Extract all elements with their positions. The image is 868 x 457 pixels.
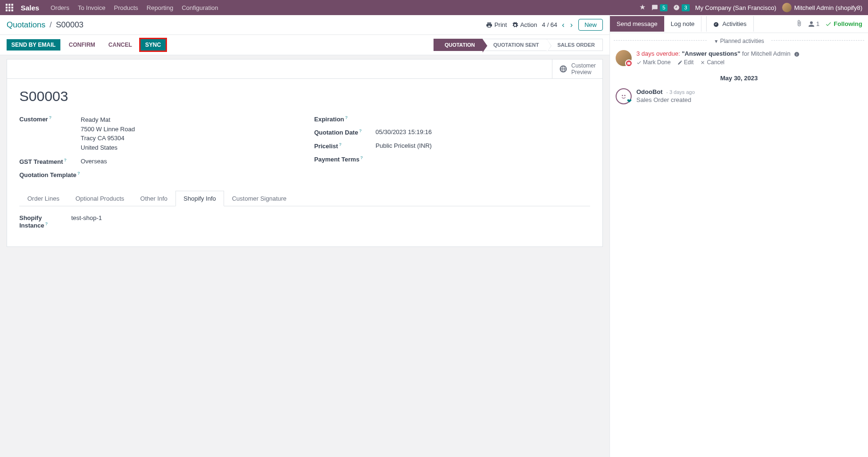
nav-products[interactable]: Products xyxy=(114,4,138,11)
activity-avatar[interactable] xyxy=(616,50,632,66)
following-label: Following xyxy=(834,20,862,27)
send-message-button[interactable]: Send message xyxy=(610,16,664,32)
log-message: Sales Order created xyxy=(636,96,862,103)
check-icon xyxy=(825,21,832,27)
user-icon xyxy=(808,21,815,27)
breadcrumb: Quotations / S00003 xyxy=(7,20,83,30)
user-menu[interactable]: Mitchell Admin (shopify8) xyxy=(782,3,863,12)
overdue-label: 3 days overdue: xyxy=(636,50,680,57)
activities-clock-icon[interactable]: 3 xyxy=(673,4,689,11)
status-quotation[interactable]: QUOTATION xyxy=(434,39,483,51)
pager-prev-icon[interactable]: ‹ xyxy=(561,21,565,29)
print-icon xyxy=(486,22,492,28)
pricelist-label: Pricelist? xyxy=(314,142,376,150)
customer-preview-button[interactable]: Customer Preview xyxy=(552,59,602,78)
info-icon[interactable] xyxy=(794,51,800,57)
log-author[interactable]: OdooBot xyxy=(636,88,663,95)
tab-other-info[interactable]: Other Info xyxy=(132,191,175,206)
quotation-date-label: Quotation Date? xyxy=(314,128,376,136)
pager-next-icon[interactable]: › xyxy=(569,21,574,29)
tab-order-lines[interactable]: Order Lines xyxy=(19,191,67,206)
planned-activities-header[interactable]: ▼ Planned activities xyxy=(610,33,868,47)
customer-city: Tracy CA 95304 xyxy=(81,134,295,143)
preview-line1: Customer xyxy=(571,62,596,69)
svg-point-1 xyxy=(622,95,623,96)
shopify-tab-pane: Shopify Instance? test-shop-1 xyxy=(19,206,590,240)
new-button[interactable]: New xyxy=(578,19,603,31)
nav-configuration[interactable]: Configuration xyxy=(182,4,218,11)
expiration-label: Expiration? xyxy=(314,115,376,123)
attachment-icon[interactable] xyxy=(796,20,802,28)
nav-to-invoice[interactable]: To Invoice xyxy=(78,4,106,11)
company-switcher[interactable]: My Company (San Francisco) xyxy=(695,4,776,11)
followers-count: 1 xyxy=(816,20,819,27)
globe-icon xyxy=(559,65,568,73)
log-date-separator: May 30, 2023 xyxy=(610,69,868,85)
action-label: Action xyxy=(520,21,537,28)
expiration-field[interactable] xyxy=(376,115,590,123)
send-by-email-button[interactable]: SEND BY EMAIL xyxy=(7,39,60,51)
log-note-button[interactable]: Log note xyxy=(664,16,702,32)
activities-count: 3 xyxy=(682,4,689,11)
close-icon xyxy=(700,60,705,65)
status-sales-order[interactable]: SALES ORDER xyxy=(547,39,603,51)
following-button[interactable]: Following xyxy=(825,20,862,27)
shopify-instance-field[interactable]: test-shop-1 xyxy=(71,214,590,229)
quotation-template-field[interactable] xyxy=(81,171,295,178)
app-brand[interactable]: Sales xyxy=(21,4,39,12)
apps-icon[interactable] xyxy=(6,4,13,11)
gst-label: GST Treatment? xyxy=(19,158,81,165)
user-name: Mitchell Admin (shopify8) xyxy=(794,4,863,11)
gear-icon xyxy=(512,22,518,28)
print-button[interactable]: Print xyxy=(486,21,507,28)
avatar-icon xyxy=(782,3,792,12)
breadcrumb-current: S00003 xyxy=(56,20,83,29)
activity-title[interactable]: "Answer questions" xyxy=(682,50,740,57)
customer-street: 7500 W Linne Road xyxy=(81,125,295,134)
status-bar: QUOTATION QUOTATION SENT SALES ORDER xyxy=(434,39,603,51)
tab-optional-products[interactable]: Optional Products xyxy=(67,191,132,206)
payment-terms-field[interactable] xyxy=(376,155,590,163)
cancel-button[interactable]: CANCEL xyxy=(104,39,137,51)
pager: 4 / 64 ‹ › xyxy=(542,21,574,29)
preview-line2: Preview xyxy=(571,69,596,76)
svg-point-2 xyxy=(624,95,626,96)
clock-icon xyxy=(713,22,719,27)
quotation-date-field[interactable]: 05/30/2023 15:19:16 xyxy=(376,128,590,136)
edit-activity-button[interactable]: Edit xyxy=(677,59,694,66)
customer-country: United States xyxy=(81,143,295,152)
mail-badge-icon xyxy=(625,59,633,67)
activities-label: Activities xyxy=(722,20,746,27)
nav-orders[interactable]: Orders xyxy=(50,4,69,11)
action-menu[interactable]: Action xyxy=(512,21,537,28)
customer-name: Ready Mat xyxy=(81,115,295,125)
messages-icon[interactable]: 5 xyxy=(651,4,668,11)
cancel-activity-button[interactable]: Cancel xyxy=(700,59,724,66)
confirm-button[interactable]: CONFIRM xyxy=(64,39,100,51)
pencil-icon xyxy=(677,60,683,65)
quotation-template-label: Quotation Template? xyxy=(19,171,81,178)
check-icon xyxy=(636,60,642,65)
status-quotation-sent[interactable]: QUOTATION SENT xyxy=(483,39,547,51)
mark-done-button[interactable]: Mark Done xyxy=(636,59,671,66)
activities-button[interactable]: Activities xyxy=(706,16,753,32)
sync-button[interactable]: SYNC xyxy=(141,39,166,51)
shopify-instance-label: Shopify Instance? xyxy=(19,214,71,229)
star-icon[interactable] xyxy=(639,4,646,12)
breadcrumb-root[interactable]: Quotations xyxy=(7,20,45,29)
customer-field[interactable]: Ready Mat 7500 W Linne Road Tracy CA 953… xyxy=(81,115,295,152)
tab-shopify-info[interactable]: Shopify Info xyxy=(175,191,224,206)
heart-icon: ❤ xyxy=(627,98,632,104)
payment-terms-label: Payment Terms? xyxy=(314,155,376,163)
nav-reporting[interactable]: Reporting xyxy=(147,4,173,11)
log-timestamp: - 3 days ago xyxy=(666,89,695,95)
tab-customer-signature[interactable]: Customer Signature xyxy=(224,191,295,206)
pricelist-field[interactable]: Public Pricelist (INR) xyxy=(376,142,590,150)
odoobot-avatar[interactable]: ❤ xyxy=(616,88,632,104)
gst-field[interactable]: Overseas xyxy=(81,158,295,165)
breadcrumb-separator: / xyxy=(50,20,52,29)
log-item: ❤ OdooBot - 3 days ago Sales Order creat… xyxy=(610,85,868,107)
pager-count[interactable]: 4 / 64 xyxy=(542,21,558,28)
followers-button[interactable]: 1 xyxy=(808,20,819,27)
form-sheet: Customer Preview S00003 Customer? Ready … xyxy=(7,59,603,247)
